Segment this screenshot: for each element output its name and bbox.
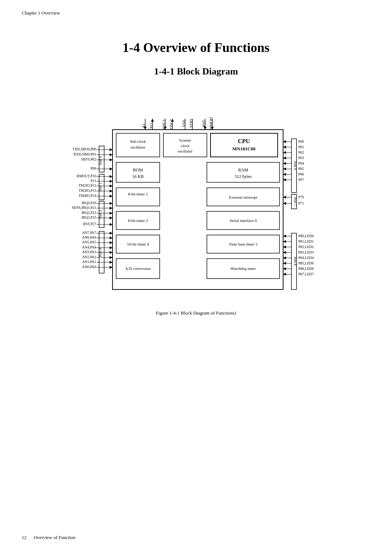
block-diagram: XI XO OSC1 OSC2 VSS VDD RST MMOD Sub-clo… (40, 92, 352, 306)
svg-text:External interrupt: External interrupt (229, 195, 257, 199)
svg-marker-144 (283, 162, 286, 165)
svg-text:IRQ3,P23: IRQ3,P23 (82, 215, 96, 219)
svg-text:SENS,IRQ1,P21: SENS,IRQ1,P21 (72, 206, 96, 210)
svg-marker-59 (110, 148, 113, 151)
svg-text:P63: P63 (298, 156, 304, 160)
svg-text:Port 8: Port 8 (293, 257, 297, 266)
svg-marker-169 (283, 240, 286, 243)
svg-marker-181 (283, 262, 286, 265)
svg-text:AN1,PA1: AN1,PA1 (82, 260, 96, 264)
svg-marker-82 (110, 190, 113, 193)
svg-text:AN7,PA7: AN7,PA7 (82, 231, 96, 235)
svg-text:IRQ2,P22: IRQ2,P22 (82, 211, 96, 215)
svg-text:AN0,PA0: AN0,PA0 (82, 265, 96, 269)
section-title: 1-4-1 Block Diagram (0, 66, 392, 77)
figure-caption: Figure 1-4-1 Block Diagram of Functions) (0, 310, 392, 316)
svg-marker-65 (110, 158, 113, 161)
svg-marker-122 (110, 256, 113, 259)
svg-rect-39 (116, 188, 160, 206)
svg-marker-99 (110, 216, 113, 219)
svg-text:TM3IO,P13: TM3IO,P13 (78, 189, 96, 193)
svg-text:Port 0: Port 0 (98, 156, 102, 165)
svg-text:512 bytes: 512 bytes (235, 174, 252, 179)
svg-text:oscillator: oscillator (178, 149, 193, 153)
svg-marker-119 (110, 251, 113, 254)
svg-text:Port A: Port A (98, 247, 102, 257)
svg-text:P86,LED6: P86,LED6 (298, 267, 314, 271)
svg-text:IRQ0,P20: IRQ0,P20 (82, 201, 96, 205)
svg-text:Port 2: Port 2 (98, 210, 102, 219)
svg-text:RAM: RAM (238, 167, 248, 173)
svg-text:P71: P71 (298, 201, 304, 205)
svg-text:RXD,SBI0,P01: RXD,SBI0,P01 (74, 152, 96, 156)
svg-text:Time base timer 5: Time base timer 5 (229, 242, 258, 246)
svg-marker-76 (110, 180, 113, 183)
svg-text:P62: P62 (298, 150, 304, 154)
svg-marker-102 (110, 223, 113, 226)
svg-marker-18 (204, 127, 207, 130)
svg-rect-30 (211, 133, 278, 157)
svg-text:Watchdog timer: Watchdog timer (230, 266, 256, 271)
svg-text:8-bit timer 2: 8-bit timer 2 (128, 192, 148, 196)
svg-text:SBT0,P02: SBT0,P02 (81, 157, 96, 161)
svg-marker-68 (110, 167, 113, 170)
svg-text:Port 1: Port 1 (98, 183, 102, 191)
svg-text:System: System (179, 138, 191, 142)
svg-text:P82,LED2: P82,LED2 (298, 245, 314, 249)
svg-text:16-bit timer 4: 16-bit timer 4 (127, 242, 149, 246)
svg-text:P83,LED3: P83,LED3 (298, 250, 314, 254)
svg-marker-62 (110, 153, 113, 156)
svg-text:RMOUT,P10: RMOUT,P10 (77, 174, 96, 178)
svg-marker-158 (283, 196, 286, 199)
svg-text:8-bit timer 3: 8-bit timer 3 (128, 218, 148, 223)
svg-marker-107 (110, 232, 113, 235)
svg-text:TXD,SBO0,P00: TXD,SBO0,P00 (72, 147, 96, 151)
svg-marker-161 (283, 202, 286, 205)
svg-text:TM4IO,P14: TM4IO,P14 (78, 194, 96, 198)
svg-text:P65: P65 (298, 167, 304, 171)
svg-text:Port 6: Port 6 (293, 161, 297, 170)
svg-text:P61: P61 (298, 145, 304, 149)
svg-text:oscillator: oscillator (131, 145, 146, 149)
svg-text:P11: P11 (91, 179, 96, 183)
svg-marker-79 (110, 185, 113, 187)
svg-text:AN3,PA3: AN3,PA3 (82, 250, 96, 254)
svg-text:P84,LED4: P84,LED4 (298, 256, 314, 260)
footer-section: Overview of Function (34, 535, 75, 540)
svg-text:P06: P06 (90, 166, 96, 170)
svg-marker-184 (283, 267, 286, 270)
svg-marker-175 (283, 251, 286, 254)
svg-text:Sub-clock: Sub-clock (130, 139, 146, 143)
svg-marker-5 (151, 119, 154, 122)
svg-text:P64: P64 (298, 161, 304, 165)
page-footer: 12 Overview of Function (22, 535, 75, 540)
svg-marker-116 (110, 246, 113, 249)
svg-text:Serial interface 0: Serial interface 0 (229, 218, 257, 223)
page-title: 1-4 Overview of Functions (0, 40, 392, 55)
svg-text:P80,LED0: P80,LED0 (298, 234, 314, 238)
svg-text:A/D conversion: A/D conversion (125, 266, 151, 271)
svg-text:P87,LED7: P87,LED7 (298, 272, 314, 276)
svg-rect-22 (113, 130, 283, 289)
svg-text:P60: P60 (298, 139, 304, 143)
svg-marker-128 (110, 266, 113, 269)
svg-marker-166 (283, 235, 286, 238)
svg-text:P70: P70 (298, 195, 304, 199)
svg-text:RST,P27: RST,P27 (83, 222, 96, 226)
svg-marker-73 (110, 175, 113, 178)
svg-marker-172 (283, 246, 286, 248)
svg-text:MN101C00: MN101C00 (232, 146, 256, 151)
svg-marker-96 (110, 212, 113, 215)
svg-marker-147 (283, 167, 286, 170)
svg-marker-135 (283, 146, 286, 149)
svg-marker-132 (283, 140, 286, 143)
svg-marker-125 (110, 261, 113, 264)
svg-text:P85,LED6: P85,LED6 (298, 261, 314, 265)
svg-marker-138 (283, 151, 286, 154)
svg-marker-141 (283, 157, 286, 159)
svg-text:ROM: ROM (133, 167, 143, 173)
svg-text:P67: P67 (298, 178, 304, 182)
svg-marker-110 (110, 236, 113, 239)
svg-text:CPU: CPU (238, 138, 250, 144)
svg-text:clock: clock (181, 143, 189, 148)
